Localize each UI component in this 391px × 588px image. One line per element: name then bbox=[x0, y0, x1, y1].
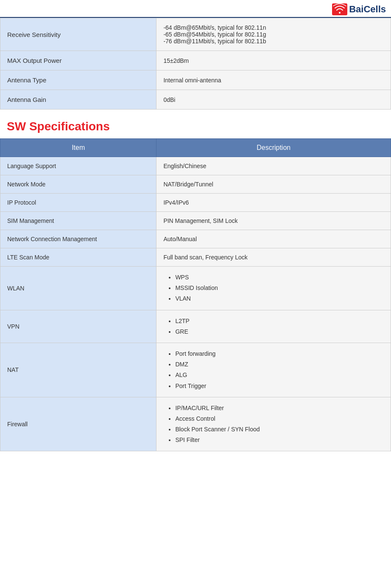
sw-table-row: NATPort forwardingDMZALGPort Trigger bbox=[0, 343, 391, 397]
sw-value-cell: Port forwardingDMZALGPort Trigger bbox=[156, 343, 391, 397]
list-item: Block Port Scanner / SYN Flood bbox=[175, 424, 384, 435]
sw-label-cell: Language Support bbox=[0, 157, 156, 175]
sw-value-cell: IPv4/IPv6 bbox=[156, 194, 391, 212]
list-item: WPS bbox=[175, 272, 384, 283]
sw-table-row: SIM ManagementPIN Management, SIM Lock bbox=[0, 212, 391, 230]
sw-value-cell: IP/MAC/URL FilterAccess ControlBlock Por… bbox=[156, 397, 391, 451]
sw-table-row: Network ModeNAT/Bridge/Tunnel bbox=[0, 175, 391, 194]
sw-label-cell: IP Protocol bbox=[0, 194, 156, 212]
sw-label-cell: Network Connection Management bbox=[0, 230, 156, 248]
sw-label-cell: Network Mode bbox=[0, 175, 156, 194]
list-item: Port forwarding bbox=[175, 349, 384, 359]
list-item: L2TP bbox=[175, 316, 384, 326]
sw-label-cell: VPN bbox=[0, 310, 156, 343]
sw-value-cell: English/Chinese bbox=[156, 157, 391, 175]
hw-value-cell: 15±2dBm bbox=[156, 51, 391, 70]
hw-label-cell: MAX Output Power bbox=[0, 51, 156, 70]
sw-value-cell: L2TPGRE bbox=[156, 310, 391, 343]
sw-table-row: Network Connection ManagementAuto/Manual bbox=[0, 230, 391, 248]
sw-value-cell: Full band scan, Frequency Lock bbox=[156, 248, 391, 267]
list-item: ALG bbox=[175, 370, 384, 380]
wifi-signal-icon bbox=[332, 3, 347, 15]
sw-value-cell: PIN Management, SIM Lock bbox=[156, 212, 391, 230]
sw-label-cell: SIM Management bbox=[0, 212, 156, 230]
hw-table-row: Antenna TypeInternal omni-antenna bbox=[0, 70, 391, 90]
sw-header-item: Item bbox=[0, 139, 156, 157]
svg-point-1 bbox=[339, 12, 341, 14]
sw-value-cell: NAT/Bridge/Tunnel bbox=[156, 175, 391, 194]
sw-header-description: Description bbox=[156, 139, 391, 157]
sw-table-row: IP ProtocolIPv4/IPv6 bbox=[0, 194, 391, 212]
sw-table-header-row: Item Description bbox=[0, 139, 391, 157]
sw-table-row: Language SupportEnglish/Chinese bbox=[0, 157, 391, 175]
list-item: IP/MAC/URL Filter bbox=[175, 403, 384, 414]
sw-table-row: VPNL2TPGRE bbox=[0, 310, 391, 343]
list-item: SPI Filter bbox=[175, 435, 384, 445]
list-item: DMZ bbox=[175, 359, 384, 370]
hw-label-cell: Receive Sensitivity bbox=[0, 18, 156, 51]
sw-section-title: SW Specifications bbox=[0, 110, 391, 138]
sw-table-row: FirewallIP/MAC/URL FilterAccess ControlB… bbox=[0, 397, 391, 451]
hw-table-row: MAX Output Power15±2dBm bbox=[0, 51, 391, 70]
logo-text: BaiCells bbox=[349, 4, 386, 15]
hw-label-cell: Antenna Gain bbox=[0, 90, 156, 110]
list-item: Access Control bbox=[175, 414, 384, 424]
list-item: GRE bbox=[175, 326, 384, 337]
logo: BaiCells bbox=[332, 3, 386, 15]
hw-table-row: Receive Sensitivity-64 dBm@65Mbit/s, typ… bbox=[0, 18, 391, 51]
sw-value-cell: Auto/Manual bbox=[156, 230, 391, 248]
sw-table-row: WLANWPSMSSID IsolationVLAN bbox=[0, 267, 391, 310]
hw-value-cell: 0dBi bbox=[156, 90, 391, 110]
hw-table-row: Antenna Gain0dBi bbox=[0, 90, 391, 110]
list-item: Port Trigger bbox=[175, 381, 384, 391]
sw-table-row: LTE Scan ModeFull band scan, Frequency L… bbox=[0, 248, 391, 267]
sw-specs-table: Item Description Language SupportEnglish… bbox=[0, 138, 391, 451]
hw-value-cell: Internal omni-antenna bbox=[156, 70, 391, 90]
sw-label-cell: Firewall bbox=[0, 397, 156, 451]
list-item: MSSID Isolation bbox=[175, 283, 384, 293]
hw-specs-table: Receive Sensitivity-64 dBm@65Mbit/s, typ… bbox=[0, 18, 391, 110]
sw-value-cell: WPSMSSID IsolationVLAN bbox=[156, 267, 391, 310]
page-header: BaiCells bbox=[0, 0, 391, 18]
sw-label-cell: NAT bbox=[0, 343, 156, 397]
sw-label-cell: WLAN bbox=[0, 267, 156, 310]
hw-label-cell: Antenna Type bbox=[0, 70, 156, 90]
list-item: VLAN bbox=[175, 293, 384, 304]
sw-label-cell: LTE Scan Mode bbox=[0, 248, 156, 267]
hw-value-cell: -64 dBm@65Mbit/s, typical for 802.11n-65… bbox=[156, 18, 391, 51]
